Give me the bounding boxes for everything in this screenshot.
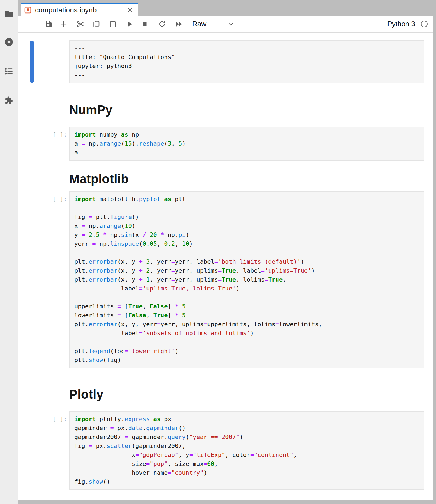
- code-line: plt.errorbar(x, y + 3, yerr=yerr, label=…: [74, 257, 421, 266]
- code-line: upperlimits = [True, False] * 5: [74, 302, 421, 311]
- run-icon: [125, 20, 133, 28]
- cell-type-dropdown[interactable]: Raw: [192, 16, 206, 32]
- code-line: plt.errorbar(x, y + 1, yerr=yerr, uplims…: [74, 275, 421, 284]
- markdown-heading: Plotly: [69, 388, 433, 401]
- interrupt-button[interactable]: [138, 16, 151, 32]
- code-line: a = np.arange(15).reshape(3, 5): [74, 139, 421, 148]
- code-line: fig.show(): [74, 477, 421, 486]
- notebook-file-icon: [24, 7, 31, 14]
- stop-circle-icon[interactable]: [4, 37, 14, 47]
- code-line: gapminder = px.data.gapminder(): [74, 424, 421, 432]
- code-line: plt.errorbar(x, y + 2, yerr=yerr, uplims…: [74, 266, 421, 275]
- code-line: jupyter: python3: [74, 62, 421, 70]
- interrupt-icon: [141, 20, 149, 28]
- extensions-icon[interactable]: [4, 95, 14, 105]
- input-prompt: [ ]:: [18, 195, 67, 203]
- code-cell-editor[interactable]: import numpy as npa = np.arange(15).resh…: [69, 127, 424, 161]
- code-line: plt.errorbar(x, y, yerr=yerr, uplims=upp…: [74, 320, 421, 329]
- insert-cell-icon: [60, 20, 68, 28]
- code-line: import matplotlib.pyplot as plt: [74, 195, 421, 203]
- right-scroll-gutter[interactable]: [433, 0, 436, 504]
- markdown-cell[interactable]: Matplotlib: [18, 172, 433, 185]
- input-prompt: [ ]:: [18, 415, 67, 424]
- code-cell-editor[interactable]: import plotly.express as pxgapminder = p…: [69, 411, 424, 490]
- code-line: import plotly.express as px: [74, 415, 421, 424]
- code-line: size="pop", size_max=60,: [74, 459, 421, 468]
- copy-button[interactable]: [90, 16, 103, 32]
- folder-icon[interactable]: [4, 9, 14, 19]
- code-line: gapminder2007 = gapminder.query("year ==…: [74, 432, 421, 441]
- code-line: fig = plt.figure(): [74, 212, 421, 221]
- code-line: label='uplims=True, lolims=True'): [74, 284, 421, 293]
- kernel-name[interactable]: Python 3: [387, 20, 415, 28]
- activity-sidebar: [0, 0, 18, 504]
- table-of-contents-icon[interactable]: [4, 66, 14, 76]
- code-line: ---: [74, 70, 421, 79]
- markdown-heading: NumPy: [69, 103, 433, 116]
- code-cell[interactable]: [ ]:import plotly.express as pxgapminder…: [18, 411, 433, 490]
- save-button[interactable]: [42, 16, 55, 32]
- code-line: label='subsets of uplims and lolims'): [74, 329, 421, 338]
- code-line: [74, 293, 421, 302]
- insert-cell-button[interactable]: [57, 16, 70, 32]
- close-icon[interactable]: [126, 7, 133, 14]
- paste-button[interactable]: [106, 16, 119, 32]
- code-cell[interactable]: [ ]:import numpy as npa = np.arange(15).…: [18, 127, 433, 161]
- raw-cell[interactable]: ---title: "Quarto Computations"jupyter: …: [18, 40, 433, 83]
- restart-icon: [158, 20, 166, 28]
- code-line: lowerlimits = [False, True] * 5: [74, 311, 421, 320]
- code-line: a: [74, 148, 421, 157]
- code-line: import numpy as np: [74, 130, 421, 139]
- cell-type-value: Raw: [192, 20, 206, 28]
- markdown-cell[interactable]: NumPy: [18, 103, 433, 116]
- code-line: [74, 203, 421, 212]
- code-line: ---: [74, 44, 421, 53]
- code-line: plt.show(fig): [74, 356, 421, 364]
- code-line: x="gdpPercap", y="lifeExp", color="conti…: [74, 450, 421, 459]
- raw-cell-editor[interactable]: ---title: "Quarto Computations"jupyter: …: [69, 40, 424, 83]
- cut-button[interactable]: [74, 16, 87, 32]
- save-icon: [45, 20, 53, 28]
- code-line: hover_name="country"): [74, 468, 421, 477]
- restart-button[interactable]: [156, 16, 169, 32]
- code-line: plt.legend(loc='lower right'): [74, 347, 421, 356]
- cut-icon: [76, 20, 84, 28]
- code-line: fig = px.scatter(gapminder2007,: [74, 441, 421, 450]
- paste-icon: [109, 20, 117, 28]
- restart-run-all-button[interactable]: [172, 16, 185, 32]
- copy-icon: [92, 20, 100, 28]
- markdown-cell[interactable]: Plotly: [18, 388, 433, 401]
- kernel-status-icon[interactable]: [421, 20, 428, 28]
- code-cell-editor[interactable]: import matplotlib.pyplot as plt fig = pl…: [69, 191, 424, 368]
- jupyterlab-window: computations.ipynb Raw Python 3 ---title…: [0, 0, 436, 504]
- code-line: [74, 248, 421, 257]
- code-line: [74, 338, 421, 347]
- run-button[interactable]: [123, 16, 136, 32]
- input-prompt: [ ]:: [18, 130, 67, 139]
- code-cell[interactable]: [ ]:import matplotlib.pyplot as plt fig …: [18, 191, 433, 368]
- markdown-heading: Matplotlib: [69, 172, 433, 185]
- tab-computations-ipynb[interactable]: computations.ipynb: [21, 3, 138, 16]
- restart-run-all-icon: [175, 20, 183, 28]
- bottom-edge-strip: [18, 500, 436, 504]
- code-line: yerr = np.linspace(0.05, 0.2, 10): [74, 239, 421, 248]
- code-line: y = 2.5 * np.sin(x / 20 * np.pi): [74, 230, 421, 239]
- code-line: title: "Quarto Computations": [74, 53, 421, 62]
- tab-title: computations.ipynb: [35, 6, 124, 14]
- notebook-area[interactable]: ---title: "Quarto Computations"jupyter: …: [18, 33, 433, 500]
- code-line: x = np.arange(10): [74, 221, 421, 230]
- active-cell-collapser[interactable]: [30, 41, 34, 83]
- notebook-toolbar: Raw Python 3: [18, 16, 433, 33]
- chevron-down-icon: [227, 20, 235, 28]
